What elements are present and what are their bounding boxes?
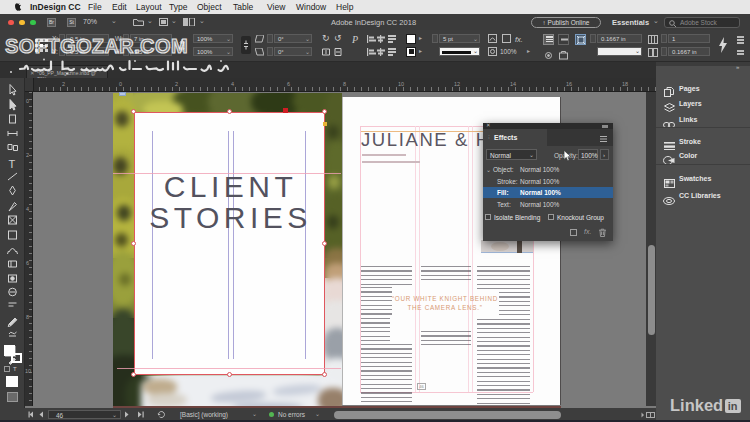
svg-text:T: T xyxy=(9,158,16,170)
